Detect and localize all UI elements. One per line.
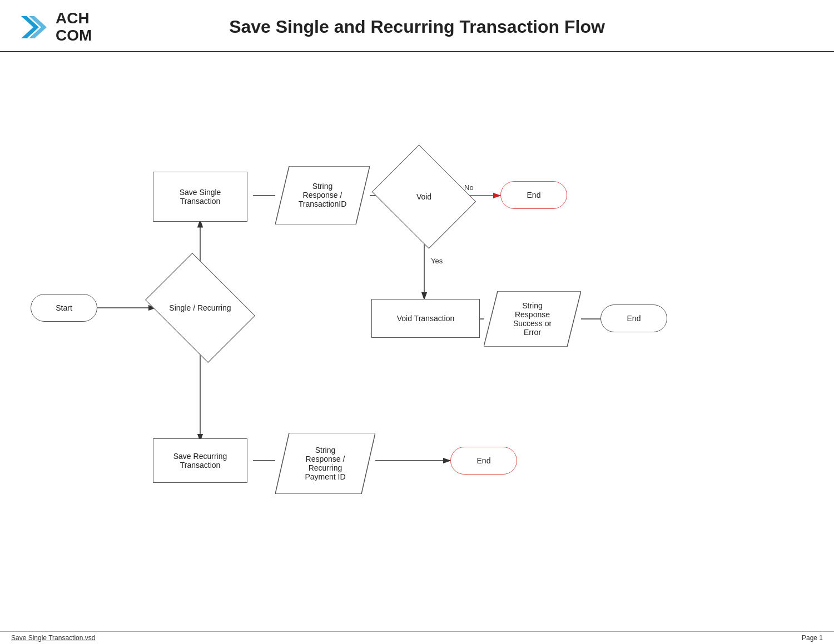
- start-node: Start: [31, 294, 97, 322]
- end-bottom-node: End: [450, 447, 517, 475]
- svg-text:Yes: Yes: [431, 257, 443, 265]
- logo-text: ACH COM: [56, 10, 92, 44]
- save-recurring-rect: Save Recurring Transaction: [153, 438, 247, 483]
- void-diamond: Void: [384, 163, 464, 230]
- void-transaction-rect: Void Transaction: [371, 299, 480, 338]
- string-response-3-shape: String Response / Recurring Payment ID: [275, 433, 375, 494]
- footer-page: Page 1: [802, 634, 823, 642]
- save-single-rect: Save Single Transaction: [153, 172, 247, 222]
- page-title: Save Single and Recurring Transaction Fl…: [139, 17, 817, 37]
- string-response-1-shape: String Response / TransactionID: [275, 166, 370, 224]
- string-response-2-shape: String Response Success or Error: [484, 291, 581, 347]
- logo-area: ACH COM: [17, 10, 139, 44]
- logo-icon: [17, 11, 50, 44]
- single-recurring-diamond: Single / Recurring: [156, 274, 245, 341]
- end-middle-node: End: [600, 304, 667, 332]
- footer: Save Single Transaction.vsd Page 1: [0, 631, 834, 644]
- header: ACH COM Save Single and Recurring Transa…: [0, 0, 834, 52]
- end-top-node: End: [500, 181, 567, 209]
- diagram: No Yes Start Single / Recurring Save Sin…: [0, 52, 834, 619]
- svg-text:No: No: [464, 183, 474, 192]
- footer-filename: Save Single Transaction.vsd: [11, 634, 95, 642]
